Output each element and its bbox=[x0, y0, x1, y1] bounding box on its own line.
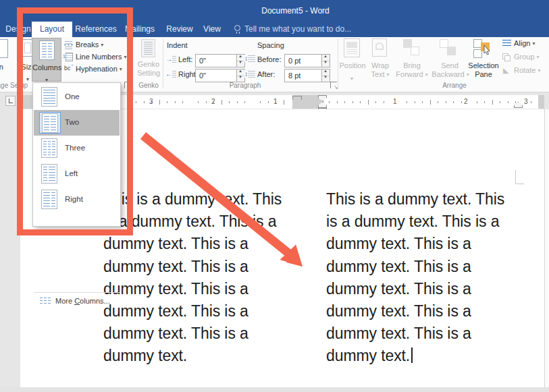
document-line: dummy text. bbox=[326, 345, 529, 367]
spacing-label: Spacing bbox=[257, 41, 284, 49]
ruler-tick bbox=[268, 101, 269, 103]
wrap-text-button[interactable]: Wrap bbox=[367, 61, 393, 69]
tab-view[interactable]: View bbox=[199, 22, 225, 37]
spacing-after-label: After: bbox=[257, 70, 275, 78]
ruler-tick bbox=[446, 101, 446, 103]
ruler-tick bbox=[477, 101, 477, 103]
text-cursor bbox=[411, 347, 413, 363]
ruler-tick bbox=[531, 101, 531, 103]
document-line: This is a dummy text. This bbox=[103, 188, 306, 211]
ruler-tick bbox=[198, 101, 199, 103]
indent-left-label: Left: bbox=[178, 55, 192, 63]
bring-forward-button[interactable]: Bring bbox=[400, 61, 424, 69]
document-line: dummy text. This is a bbox=[326, 278, 529, 300]
selection-pane-button[interactable]: Selection bbox=[466, 61, 501, 69]
ruler-tick bbox=[329, 101, 330, 103]
ruler-tick bbox=[415, 101, 415, 103]
ruler-tick bbox=[213, 101, 214, 103]
document-line: is a dummy text. This is a bbox=[326, 211, 529, 233]
ruler-number: 3 bbox=[524, 98, 528, 105]
document-line: dummy text. This is a bbox=[326, 300, 529, 323]
ruler-tick bbox=[375, 101, 376, 103]
send-backward-icon bbox=[440, 39, 456, 55]
lightbulb-icon bbox=[234, 25, 240, 31]
ruler-number: 1 bbox=[393, 98, 397, 105]
tell-me-box[interactable]: Tell me what you want to do... bbox=[244, 24, 351, 34]
group-separator bbox=[163, 38, 163, 88]
orientation-button[interactable]: Orientation bbox=[0, 63, 5, 71]
wrap-text-icon bbox=[372, 38, 387, 57]
bring-forward-icon bbox=[403, 39, 419, 55]
ruler-tick bbox=[221, 100, 222, 105]
ruler-tick bbox=[337, 101, 338, 103]
spacing-before-label: Before: bbox=[257, 55, 281, 63]
genko-setting-button[interactable]: Genko Setting bbox=[134, 37, 163, 88]
document-line: is a dummy text. This is a bbox=[103, 211, 306, 233]
scrollbar-track[interactable] bbox=[544, 109, 549, 387]
genko-setting-icon bbox=[141, 39, 155, 57]
ruler-number: 2 bbox=[464, 98, 468, 105]
tab-selector[interactable] bbox=[5, 96, 16, 106]
paragraph-dialog-launcher[interactable] bbox=[330, 82, 337, 88]
ruler-tick bbox=[352, 101, 353, 103]
menu-item-more-columns[interactable]: More Columns... bbox=[34, 293, 120, 309]
rotate-icon bbox=[503, 67, 508, 74]
ruler-column2-segment bbox=[324, 95, 538, 109]
group-separator bbox=[338, 38, 338, 88]
document-line: dummy text. This is a bbox=[103, 323, 306, 345]
document-line: This is a dummy text. This bbox=[326, 188, 529, 211]
rotate-button[interactable]: Rotate bbox=[514, 66, 540, 74]
ruler-tick bbox=[276, 101, 276, 103]
tab-review[interactable]: Review bbox=[163, 22, 196, 37]
ruler-tick bbox=[484, 101, 485, 103]
ruler-tick bbox=[229, 101, 230, 103]
position-icon bbox=[344, 38, 360, 57]
annotation-rectangle bbox=[17, 7, 133, 235]
spacing-after-field[interactable]: 8 pt bbox=[284, 69, 330, 82]
spacing-after-spinner[interactable] bbox=[321, 69, 330, 82]
spacing-before-field[interactable]: 0 pt bbox=[284, 54, 330, 67]
ruler-tick bbox=[360, 101, 361, 103]
ruler-tick bbox=[515, 101, 516, 103]
ruler-tick bbox=[175, 101, 176, 103]
spacing-before-spinner[interactable] bbox=[321, 55, 330, 67]
ruler-tick bbox=[136, 101, 136, 103]
indent-left-field[interactable]: 0" bbox=[195, 54, 245, 67]
group-button[interactable]: Group bbox=[514, 53, 540, 61]
ruler-tick bbox=[237, 101, 238, 103]
ruler-tick bbox=[182, 101, 183, 103]
indent-right-field[interactable]: 0" bbox=[195, 69, 245, 82]
ruler-tick bbox=[422, 101, 423, 103]
text-column-2: This is a dummy text. This is a dummy te… bbox=[326, 188, 529, 368]
ruler-tick bbox=[492, 100, 493, 105]
ruler-tick bbox=[167, 101, 167, 103]
ruler-tick bbox=[159, 100, 160, 105]
document-line: dummy text. bbox=[103, 345, 306, 367]
indent-left-spinner[interactable] bbox=[236, 55, 244, 67]
selection-pane-icon bbox=[473, 38, 494, 59]
ruler-tick bbox=[461, 101, 462, 103]
document-line: dummy text. This is a bbox=[103, 278, 306, 300]
orientation-icon bbox=[0, 39, 8, 58]
document-line: dummy text. This is a bbox=[326, 233, 529, 255]
indent-right-icon bbox=[167, 71, 176, 78]
spacing-after-icon bbox=[246, 71, 255, 79]
ruler-tick bbox=[260, 101, 261, 103]
more-columns-icon bbox=[40, 298, 51, 305]
document-line: dummy text. This is a bbox=[326, 323, 529, 345]
ruler-tick bbox=[144, 101, 145, 103]
column-boundary-marker[interactable] bbox=[292, 96, 302, 100]
ruler-tick bbox=[453, 101, 454, 103]
ruler-tick bbox=[430, 100, 431, 105]
document-line: dummy text. This is a bbox=[103, 300, 306, 323]
position-button[interactable]: Position bbox=[339, 61, 366, 69]
send-backward-button[interactable]: Send bbox=[438, 61, 462, 69]
page-bottom-gap bbox=[0, 387, 549, 392]
paragraph-group-label: Paragraph bbox=[223, 82, 267, 89]
align-icon bbox=[502, 40, 511, 47]
align-button[interactable]: Align bbox=[514, 39, 535, 47]
arrange-group-label: Arrange bbox=[432, 82, 477, 89]
ruler-tick bbox=[368, 100, 369, 105]
ruler-tick bbox=[206, 101, 207, 103]
indent-right-spinner[interactable] bbox=[236, 69, 244, 82]
